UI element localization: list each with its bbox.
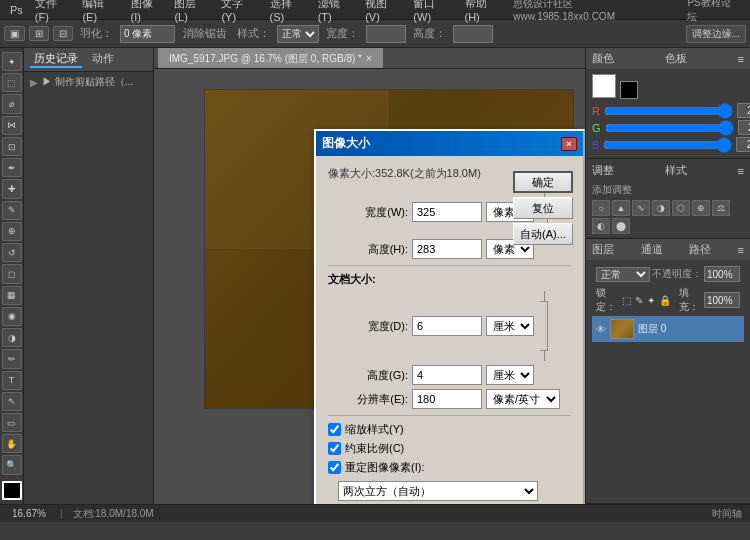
lock-paint-icon[interactable]: ✎ xyxy=(635,295,643,306)
marquee-tool[interactable]: ⬚ xyxy=(2,73,22,92)
channels-tab[interactable]: 通道 xyxy=(641,242,663,257)
toolbar-btn-3[interactable]: ⊟ xyxy=(53,26,73,41)
dialog-ok-button[interactable]: 确定 xyxy=(513,171,573,193)
resample-method-select[interactable]: 两次立方（自动） xyxy=(338,481,538,501)
doc-tab-close[interactable]: × xyxy=(366,53,372,64)
menu-edit[interactable]: 编辑(E) xyxy=(76,0,124,19)
toolbar-btn-2[interactable]: ⊞ xyxy=(29,26,49,41)
g-value[interactable] xyxy=(738,120,750,135)
doc-info[interactable]: 文档:18.0M/18.0M xyxy=(73,507,154,521)
adjust-panel-menu[interactable]: ≡ xyxy=(738,165,744,177)
clone-tool[interactable]: ⊕ xyxy=(2,222,22,241)
paths-tab[interactable]: 路径 xyxy=(689,242,711,257)
crop-tool[interactable]: ⊡ xyxy=(2,137,22,156)
exposure-icon[interactable]: ◑ xyxy=(652,200,670,216)
color-panel-menu-icon[interactable]: ≡ xyxy=(738,53,744,65)
bw-icon[interactable]: ◐ xyxy=(592,218,610,234)
resolution-input[interactable] xyxy=(412,389,482,409)
menu-select[interactable]: 选择(S) xyxy=(264,0,312,19)
pixel-height-input[interactable] xyxy=(412,239,482,259)
layer-visibility-icon[interactable]: 👁 xyxy=(596,324,606,335)
width-input[interactable] xyxy=(366,25,406,43)
lock-transparent-icon[interactable]: ⬚ xyxy=(622,295,631,306)
erase-tool[interactable]: ◻ xyxy=(2,264,22,283)
timeline-label[interactable]: 时间轴 xyxy=(712,507,742,521)
layers-tab[interactable]: 图层 xyxy=(592,242,614,257)
b-slider[interactable] xyxy=(603,141,732,149)
brush-tool[interactable]: ✎ xyxy=(2,201,22,220)
text-tool[interactable]: T xyxy=(2,371,22,390)
feather-input[interactable] xyxy=(120,25,175,43)
vibrance-icon[interactable]: ⬡ xyxy=(672,200,690,216)
foreground-color[interactable] xyxy=(2,481,22,500)
style-select[interactable]: 正常 xyxy=(277,25,319,43)
magic-wand-tool[interactable]: ⋈ xyxy=(2,116,22,135)
layer-row[interactable]: 👁 图层 0 xyxy=(592,316,744,342)
pen-tool[interactable]: ✏ xyxy=(2,349,22,368)
history-brush-tool[interactable]: ↺ xyxy=(2,243,22,262)
pixel-width-input[interactable] xyxy=(412,202,482,222)
doc-tab[interactable]: IMG_5917.JPG @ 16.7% (图层 0, RGB/8) * × xyxy=(158,48,383,68)
lock-all-icon[interactable]: 🔒 xyxy=(659,295,671,306)
g-slider[interactable] xyxy=(605,124,734,132)
resample-checkbox[interactable] xyxy=(328,461,341,474)
b-value[interactable] xyxy=(736,137,750,152)
eyedropper-tool[interactable]: ✒ xyxy=(2,158,22,177)
dodge-tool[interactable]: ◑ xyxy=(2,328,22,347)
menu-file[interactable]: 文件(F) xyxy=(29,0,77,19)
menu-layer[interactable]: 图层(L) xyxy=(168,0,215,19)
doc-height-input[interactable] xyxy=(412,365,482,385)
dialog-close-button[interactable]: × xyxy=(561,137,577,151)
height-input[interactable] xyxy=(453,25,493,43)
zoom-tool[interactable]: 🔍 xyxy=(2,455,22,474)
blend-mode-select[interactable]: 正常 xyxy=(596,267,650,282)
doc-width-unit-select[interactable]: 厘米 xyxy=(486,316,534,336)
zoom-readout[interactable]: 16.67% xyxy=(8,508,50,519)
hand-tool[interactable]: ✋ xyxy=(2,434,22,453)
menu-image[interactable]: 图像(I) xyxy=(125,0,169,19)
blur-tool[interactable]: ◉ xyxy=(2,307,22,326)
doc-height-unit-select[interactable]: 厘米 xyxy=(486,365,534,385)
hsl-icon[interactable]: ⊕ xyxy=(692,200,710,216)
menu-ps-icon[interactable]: Ps xyxy=(4,0,29,19)
dialog-auto-button[interactable]: 自动(A)... xyxy=(513,223,573,245)
menu-help[interactable]: 帮助(H) xyxy=(459,0,508,19)
breadcrumb-item[interactable]: ▶ ▶ 制作剪贴路径（... xyxy=(24,72,153,92)
background-color-swatch[interactable] xyxy=(620,81,638,99)
menu-text[interactable]: 文字(Y) xyxy=(215,0,263,19)
opacity-input[interactable] xyxy=(704,266,740,282)
move-tool[interactable]: ✦ xyxy=(2,52,22,71)
menu-window[interactable]: 窗口(W) xyxy=(407,0,458,19)
swatches-tab-label[interactable]: 色板 xyxy=(665,51,687,66)
history-tab[interactable]: 历史记录 xyxy=(30,51,82,68)
dialog-separator-1 xyxy=(328,265,571,266)
color-tab-label[interactable]: 颜色 xyxy=(592,51,614,66)
foreground-color-swatch[interactable] xyxy=(592,74,616,98)
add-adjust-text[interactable]: 添加调整 xyxy=(592,184,632,195)
levels-icon[interactable]: ▲ xyxy=(612,200,630,216)
path-select-tool[interactable]: ↖ xyxy=(2,392,22,411)
lock-move-icon[interactable]: ✦ xyxy=(647,295,655,306)
adjust-edge-btn[interactable]: 调整边缘... xyxy=(686,25,746,43)
r-slider[interactable] xyxy=(604,107,733,115)
layers-menu-icon[interactable]: ≡ xyxy=(738,244,744,256)
r-value[interactable] xyxy=(737,103,750,118)
heal-tool[interactable]: ✚ xyxy=(2,179,22,198)
constrain-checkbox[interactable] xyxy=(328,442,341,455)
brightness-icon[interactable]: ☼ xyxy=(592,200,610,216)
menu-filter[interactable]: 滤镜(T) xyxy=(312,0,360,19)
shape-tool[interactable]: ▭ xyxy=(2,413,22,432)
doc-width-input[interactable] xyxy=(412,316,482,336)
scale-styles-checkbox[interactable] xyxy=(328,423,341,436)
photofilter-icon[interactable]: ⬤ xyxy=(612,218,630,234)
curves-icon[interactable]: ∿ xyxy=(632,200,650,216)
fill-input[interactable] xyxy=(704,292,740,308)
menu-view[interactable]: 视图(V) xyxy=(359,0,407,19)
lasso-tool[interactable]: ⌀ xyxy=(2,94,22,113)
gradient-tool[interactable]: ▦ xyxy=(2,286,22,305)
actions-tab[interactable]: 动作 xyxy=(88,51,118,68)
toolbar-btn-1[interactable]: ▣ xyxy=(4,26,25,41)
resolution-unit-select[interactable]: 像素/英寸 xyxy=(486,389,560,409)
colorbalance-icon[interactable]: ⚖ xyxy=(712,200,730,216)
dialog-reset-button[interactable]: 复位 xyxy=(513,197,573,219)
